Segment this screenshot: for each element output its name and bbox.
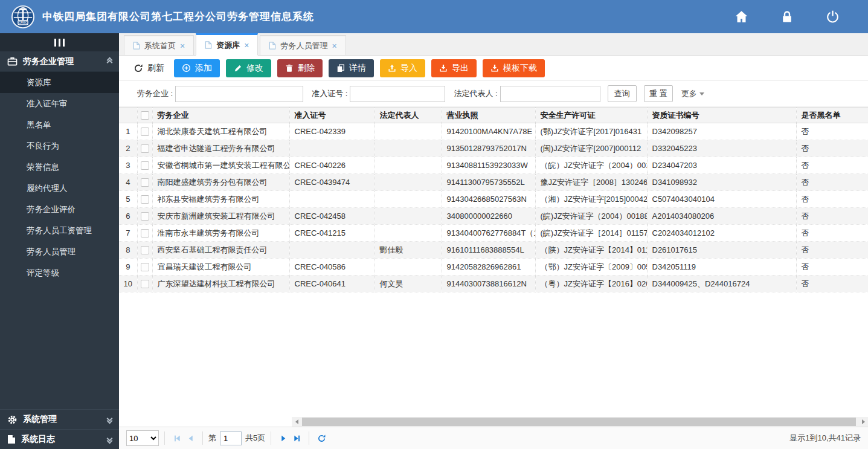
sidebar-item-honor-info[interactable]: 荣誉信息 <box>0 157 119 178</box>
cell-legal-rep <box>375 123 442 140</box>
page-number-input[interactable] <box>220 431 242 445</box>
sidebar-item-resource-library[interactable]: 资源库 <box>0 72 119 93</box>
chevron-double-down-icon <box>108 436 112 443</box>
template-download-button[interactable]: 模板下载 <box>483 59 545 77</box>
column-header-safety-permit: 安全生产许可证 <box>535 108 647 123</box>
cell-legal-rep: 酆佳毅 <box>375 242 442 259</box>
cell-cert-no: D342051119 <box>647 259 796 276</box>
labor-enterprise-input[interactable] <box>175 86 303 102</box>
scroll-right-arrow-icon[interactable] <box>858 417 868 427</box>
reset-button[interactable]: 重 置 <box>644 85 673 102</box>
sidebar-item-rating-level[interactable]: 评定等级 <box>0 262 119 283</box>
scrollbar-thumb[interactable] <box>302 418 856 426</box>
cell-legal-rep <box>375 191 442 208</box>
cell-cert-no: C5074043040104 <box>647 191 796 208</box>
lock-icon[interactable] <box>780 9 794 24</box>
import-button[interactable]: 导入 <box>380 59 425 77</box>
refresh-button[interactable]: 刷新 <box>130 59 168 77</box>
cell-business-license: 91350128793752017N <box>442 140 535 157</box>
table-row[interactable]: 1湖北荣康春天建筑工程有限公司CREC-04233991420100MA4KN7… <box>119 123 868 140</box>
query-button[interactable]: 查询 <box>608 85 637 102</box>
row-checkbox[interactable] <box>141 263 149 271</box>
cell-checkbox <box>137 174 152 191</box>
row-checkbox[interactable] <box>141 161 149 170</box>
more-link[interactable]: 更多 <box>681 88 704 99</box>
home-icon[interactable] <box>734 9 749 24</box>
cell-checkbox <box>137 225 152 242</box>
close-icon[interactable]: × <box>180 42 185 50</box>
row-checkbox[interactable] <box>141 229 149 237</box>
sidebar-item-worker-wage-management[interactable]: 劳务人员工资管理 <box>0 220 119 241</box>
cell-row-index: 4 <box>119 174 137 191</box>
cell-cert-no: D332045223 <box>647 140 796 157</box>
table-row[interactable]: 6安庆市新洲建筑安装工程有限公司CREC-0424583408000000226… <box>119 208 868 225</box>
tab-bar: 系统首页 × 资源库 × 劳务人员管理 × <box>119 33 868 56</box>
tab-labor-personnel-management[interactable]: 劳务人员管理 × <box>260 35 346 55</box>
cell-company: 湖北荣康春天建筑工程有限公司 <box>152 123 289 140</box>
delete-button[interactable]: 删除 <box>277 59 323 77</box>
table-row[interactable]: 2福建省申达隧道工程劳务有限公司91350128793752017N(闽)JZ安… <box>119 140 868 157</box>
close-icon[interactable]: × <box>244 41 249 50</box>
cell-company: 安庆市新洲建筑安装工程有限公司 <box>152 208 289 225</box>
sidebar-item-blacklist[interactable]: 黑名单 <box>0 114 119 135</box>
cell-safety-permit: （粤）JZ安许证字【2016】020914延 <box>535 276 647 292</box>
row-checkbox[interactable] <box>141 280 149 288</box>
cell-permit-no <box>289 140 375 157</box>
crec-logo-icon: CREC <box>11 5 35 29</box>
power-icon[interactable] <box>825 9 840 24</box>
scroll-left-arrow-icon[interactable] <box>292 417 301 427</box>
cell-company: 淮南市永丰建筑劳务有限公司 <box>152 225 289 242</box>
sidebar-group-system-log[interactable]: 系统日志 <box>0 429 119 449</box>
table-row[interactable]: 4南阳建盛建筑劳务分包有限公司CREC-04394749141130079573… <box>119 174 868 191</box>
tab-label: 系统首页 <box>144 40 176 51</box>
svg-text:CREC: CREC <box>18 21 27 24</box>
sidebar-group-labor-enterprise-management[interactable]: 劳务企业管理 <box>0 51 119 72</box>
select-all-checkbox[interactable] <box>141 111 149 120</box>
row-checkbox[interactable] <box>141 178 149 187</box>
table-row[interactable]: 9宜昌瑞天建设工程有限公司CREC-0405869142058282696286… <box>119 259 868 276</box>
last-page-button[interactable] <box>290 431 303 445</box>
export-button[interactable]: 导出 <box>431 59 477 77</box>
add-button[interactable]: 添加 <box>174 59 220 77</box>
row-checkbox[interactable] <box>141 246 149 254</box>
sidebar-group-label: 系统日志 <box>21 434 55 445</box>
tab-label: 劳务人员管理 <box>280 40 327 51</box>
edit-button[interactable]: 修改 <box>226 59 271 77</box>
sidebar-item-bad-behavior[interactable]: 不良行为 <box>0 135 119 157</box>
table-row[interactable]: 8西安坚石基础工程有限责任公司酆佳毅91610111683888554L（陕）J… <box>119 242 868 259</box>
row-checkbox[interactable] <box>141 144 149 153</box>
legal-rep-input[interactable] <box>500 86 600 102</box>
cell-checkbox <box>137 140 152 157</box>
tab-resource-library[interactable]: 资源库 × <box>196 33 258 56</box>
column-header-business-license: 营业执照 <box>442 108 535 123</box>
cell-business-license: 91340400762776884T（1-1） <box>442 225 535 242</box>
first-page-button[interactable] <box>170 431 184 445</box>
page-size-select[interactable]: 10 <box>126 430 159 446</box>
sidebar-collapse-button[interactable] <box>0 33 119 51</box>
reload-button[interactable] <box>315 431 328 445</box>
table-row[interactable]: 7淮南市永丰建筑劳务有限公司CREC-041215913404007627768… <box>119 225 868 242</box>
permit-no-input[interactable] <box>350 86 445 102</box>
close-icon[interactable]: × <box>332 42 336 50</box>
cell-safety-permit: （鄂）JZ安许证字〔2009〕005313-01 <box>535 259 647 276</box>
horizontal-scrollbar[interactable] <box>292 417 868 427</box>
row-checkbox[interactable] <box>141 212 149 221</box>
toolbar: 刷新 添加 修改 删除 详情 导入 <box>119 56 868 81</box>
cell-blacklist: 否 <box>796 208 868 225</box>
prev-page-button[interactable] <box>184 431 197 445</box>
tab-system-home[interactable]: 系统首页 × <box>124 35 194 55</box>
table-row[interactable]: 5祁东县安福建筑劳务有限公司91430426685027563N（湘）JZ安许证… <box>119 191 868 208</box>
next-page-button[interactable] <box>277 431 290 445</box>
sidebar-item-permit-annual-review[interactable]: 准入证年审 <box>0 93 119 114</box>
sidebar-item-enterprise-evaluation[interactable]: 劳务企业评价 <box>0 199 119 220</box>
sidebar-item-contract-agent[interactable]: 履约代理人 <box>0 178 119 199</box>
sidebar-item-worker-management[interactable]: 劳务人员管理 <box>0 241 119 262</box>
row-checkbox[interactable] <box>141 195 149 204</box>
cell-row-index: 6 <box>119 208 137 225</box>
table-row[interactable]: 10广东深望达建材科技工程有限公司CREC-040641何文昊914403007… <box>119 276 868 292</box>
cell-safety-permit: (鄂)JZ安许证字[2017]016431 <box>535 123 647 140</box>
table-row[interactable]: 3安徽省桐城市第一建筑安装工程有限公司CREC-0402269134088115… <box>119 157 868 174</box>
row-checkbox[interactable] <box>141 128 149 136</box>
sidebar-group-system-management[interactable]: 系统管理 <box>0 409 119 429</box>
detail-button[interactable]: 详情 <box>329 59 374 77</box>
